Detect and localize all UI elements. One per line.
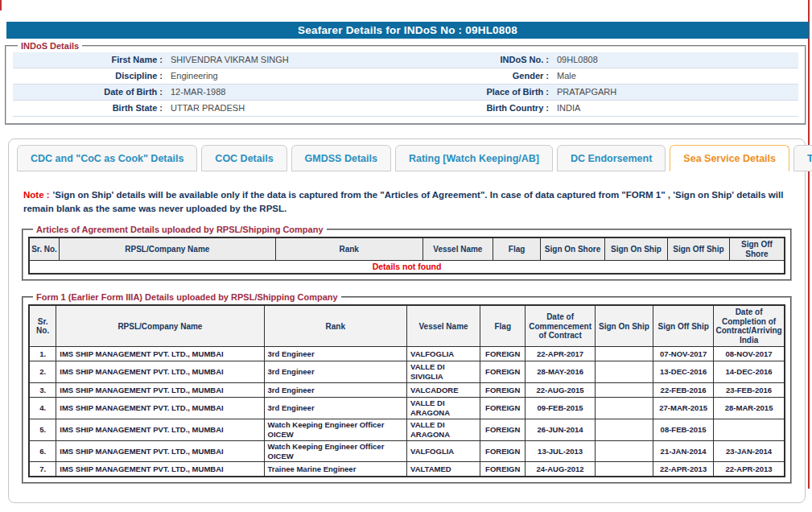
column-header-sign-off-shore: Sign Off Shore <box>729 237 785 261</box>
table-cell: FOREIGN <box>480 347 526 361</box>
column-header-sign-off-ship: Sign Off Ship <box>653 305 714 347</box>
table-cell: 13-DEC-2016 <box>653 361 714 383</box>
table-cell: VALFOGLIA <box>407 440 480 462</box>
column-header-rank: Rank <box>264 305 406 347</box>
table-row: 6.IMS SHIP MANAGEMENT PVT. LTD., MUMBAIW… <box>29 440 785 462</box>
table-row: 2.IMS SHIP MANAGEMENT PVT. LTD., MUMBAI3… <box>29 361 785 383</box>
field-value: Male <box>554 68 798 84</box>
column-header-rank: Rank <box>275 237 422 261</box>
table-cell <box>595 383 653 398</box>
table-cell <box>595 440 653 462</box>
page: Seafarer Details for INDoS No : 09HL0808… <box>0 0 812 512</box>
tab-panel: CDC and "CoC as Cook" DetailsCOC Details… <box>8 138 806 503</box>
note-prefix: Note : <box>23 190 50 200</box>
tab-dc-endorsement[interactable]: DC Endorsement <box>557 145 666 171</box>
indos-details-section: INDoS Details First Name :SHIVENDRA VIKR… <box>5 41 806 125</box>
tab-rating-watch-keeping-ab[interactable]: Rating [Watch Keeping/AB] <box>395 145 553 171</box>
tab-training-details[interactable]: Training Details <box>793 145 812 171</box>
table-cell: Watch Keeping Engineer Officer OICEW <box>264 440 406 462</box>
table-row: 5.IMS SHIP MANAGEMENT PVT. LTD., MUMBAIW… <box>29 419 785 440</box>
tab-sea-service-details[interactable]: Sea Service Details <box>670 145 789 171</box>
table-cell: FOREIGN <box>480 398 526 419</box>
column-header-sign-on-ship: Sign On Ship <box>604 237 667 261</box>
table-cell: 14-DEC-2016 <box>714 361 785 383</box>
column-header-sign-on-shore: Sign On Shore <box>541 237 605 261</box>
page-title: Seafarer Details for INDoS No : 09HL0808 <box>298 24 517 36</box>
table-cell: 22-APR-2013 <box>714 462 785 477</box>
table-cell: FOREIGN <box>480 383 526 398</box>
table-cell: IMS SHIP MANAGEMENT PVT. LTD., MUMBAI <box>56 398 264 419</box>
articles-of-agreement-section: Articles of Agreement Details uploaded b… <box>22 225 792 281</box>
field-label: Birth State : <box>13 101 167 116</box>
table-cell <box>595 361 653 383</box>
table-cell: 28-MAY-2016 <box>526 361 595 383</box>
form1-table: Sr. No.RPSL/Company NameRankVessel NameF… <box>28 304 785 477</box>
red-border-tick <box>0 0 2 10</box>
table-row: 4.IMS SHIP MANAGEMENT PVT. LTD., MUMBAI3… <box>29 398 785 419</box>
table-cell: FOREIGN <box>480 419 526 440</box>
column-header-sign-off-ship: Sign Off Ship <box>667 237 729 261</box>
table-cell: 22-AUG-2015 <box>526 383 595 398</box>
column-header-vessel-name: Vessel Name <box>422 237 493 261</box>
indos-details-grid: First Name :SHIVENDRA VIKRAM SINGHINDoS … <box>13 52 798 117</box>
table-cell: 7. <box>29 462 56 477</box>
column-header-date-of-commencement-of-contract: Date of Commencement of Contract <box>526 305 595 347</box>
tab-cdc-and-coc-as-cook-details[interactable]: CDC and "CoC as Cook" Details <box>17 145 197 171</box>
field-label: Discipline : <box>13 68 167 84</box>
table-cell <box>595 398 653 419</box>
table-cell: 22-APR-2017 <box>526 347 595 361</box>
column-header-flag: Flag <box>493 237 541 261</box>
table-cell: 08-FEB-2015 <box>653 419 714 440</box>
table-cell: FOREIGN <box>480 361 526 383</box>
table-row: 7.IMS SHIP MANAGEMENT PVT. LTD., MUMBAIT… <box>29 462 785 477</box>
table-cell: 22-APR-2013 <box>653 462 714 477</box>
column-header-rpsl-company-name: RPSL/Company Name <box>56 305 264 347</box>
table-cell: 26-JUN-2014 <box>526 419 595 440</box>
column-header-sr-no: Sr. No. <box>29 305 56 347</box>
field-label: Place of Birth : <box>383 85 554 100</box>
table-cell: Watch Keeping Engineer Officer OICEW <box>264 419 406 440</box>
field-value: INDIA <box>554 101 798 116</box>
tab-gmdss-details[interactable]: GMDSS Details <box>291 145 391 171</box>
table-cell: 3rd Engineer <box>264 398 406 419</box>
table-cell: 13-JUL-2013 <box>526 440 595 462</box>
table-cell: 6. <box>29 440 56 462</box>
note-text: 'Sign on Ship' details will be available… <box>23 190 783 213</box>
indos-row: Discipline :EngineeringGender :Male <box>13 68 798 85</box>
table-cell: 27-MAR-2015 <box>653 398 714 419</box>
table-cell: 09-FEB-2015 <box>526 398 595 419</box>
table-cell: IMS SHIP MANAGEMENT PVT. LTD., MUMBAI <box>56 462 264 477</box>
articles-legend: Articles of Agreement Details uploaded b… <box>33 225 327 234</box>
field-label: Birth Country : <box>383 101 554 116</box>
table-cell: IMS SHIP MANAGEMENT PVT. LTD., MUMBAI <box>56 361 264 383</box>
table-cell: VALLE DI ARAGONA <box>407 398 480 419</box>
table-cell: FOREIGN <box>480 462 526 477</box>
table-cell: 28-MAR-2015 <box>714 398 785 419</box>
table-cell: 4. <box>29 398 56 419</box>
empty-results-row: Details not found <box>29 261 785 275</box>
table-cell: 22-FEB-2016 <box>653 383 714 398</box>
table-cell: 08-NOV-2017 <box>714 347 785 361</box>
table-cell: 07-NOV-2017 <box>653 347 714 361</box>
field-label: Date of Birth : <box>13 85 167 100</box>
tab-bar: CDC and "CoC as Cook" DetailsCOC Details… <box>9 139 805 171</box>
table-cell: VALFOGLIA <box>407 347 480 361</box>
table-cell: IMS SHIP MANAGEMENT PVT. LTD., MUMBAI <box>56 440 264 462</box>
table-cell: 2. <box>29 361 56 383</box>
column-header-sr-no: Sr. No. <box>29 237 60 261</box>
table-cell: 3rd Engineer <box>264 361 406 383</box>
table-cell: VALLE DI ARAGONA <box>407 419 480 440</box>
table-cell: 23-JAN-2014 <box>714 440 785 462</box>
table-cell: IMS SHIP MANAGEMENT PVT. LTD., MUMBAI <box>56 347 264 361</box>
table-cell: Trainee Marine Engineer <box>264 462 406 477</box>
indos-row: First Name :SHIVENDRA VIKRAM SINGHINDoS … <box>13 52 798 68</box>
table-cell <box>595 347 653 361</box>
field-label: Gender : <box>383 68 554 84</box>
form1-section: Form 1 (Earlier Form IIIA) Details uploa… <box>22 292 792 484</box>
table-cell: 3rd Engineer <box>264 347 406 361</box>
table-row: 1.IMS SHIP MANAGEMENT PVT. LTD., MUMBAI3… <box>29 347 785 361</box>
indos-row: Birth State :UTTAR PRADESHBirth Country … <box>13 101 798 117</box>
table-row: 3.IMS SHIP MANAGEMENT PVT. LTD., MUMBAI3… <box>29 383 785 398</box>
field-value: 12-MAR-1988 <box>167 85 383 100</box>
tab-coc-details[interactable]: COC Details <box>201 145 286 171</box>
